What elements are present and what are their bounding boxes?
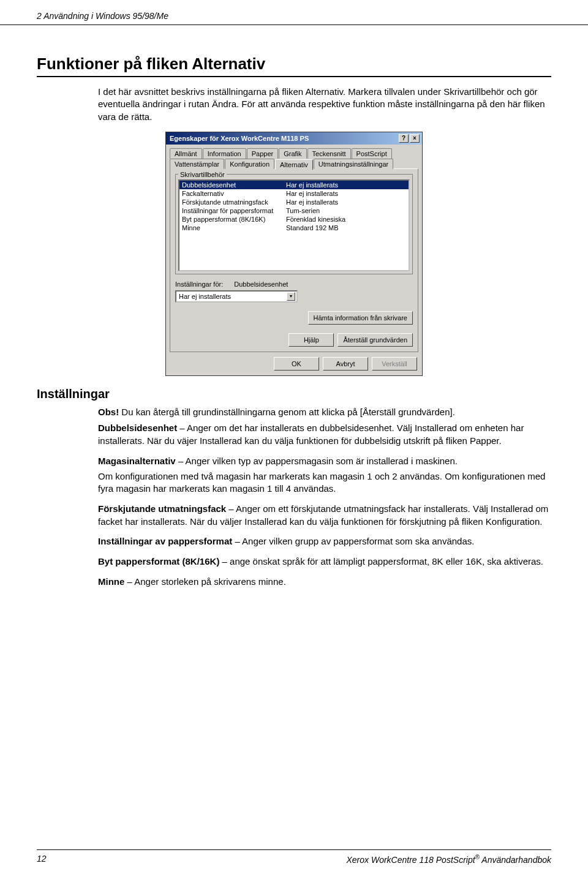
close-icon[interactable]: ×: [410, 134, 420, 143]
intro-paragraph: I det här avsnittet beskrivs inställning…: [98, 86, 551, 123]
setting-desc: – Anger vilken grupp av pappersformat so…: [232, 536, 474, 546]
cancel-button[interactable]: Avbryt: [323, 357, 368, 371]
list-col-status: Har ej installerats: [286, 190, 406, 197]
tab-konfiguration[interactable]: Konfiguration: [225, 159, 274, 169]
settings-for-combo[interactable]: Har ej installerats ▾: [175, 290, 298, 303]
note-paragraph: Obs! Du kan återgå till grundinställning…: [98, 406, 551, 419]
tab-utmatning[interactable]: Utmatningsinställningar: [314, 159, 393, 169]
setting-desc: – ange önskat språk för att lämpligt pap…: [219, 556, 543, 566]
registered-icon: ®: [475, 854, 480, 860]
setting-minne: Minne – Anger storleken på skrivarens mi…: [98, 576, 551, 589]
list-col-status: Standard 192 MB: [286, 224, 406, 231]
list-col-name: Fackalternativ: [182, 190, 286, 197]
setting-byt-pappersformat: Byt pappersformat (8K/16K) – ange önskat…: [98, 555, 551, 568]
list-col-status: Har ej installerats: [286, 181, 406, 189]
tab-panel: Skrivartillbehör Dubbelsidesenhet Har ej…: [170, 168, 418, 352]
groupbox-label: Skrivartillbehör: [178, 171, 227, 178]
ok-button[interactable]: OK: [274, 357, 319, 371]
dialog-title: Egenskaper för Xerox WorkCentre M118 PS: [170, 135, 309, 142]
setting-name: Inställningar av pappersformat: [98, 536, 232, 546]
list-col-name: Byt pappersformat (8K/16K): [182, 216, 286, 223]
tab-grafik[interactable]: Grafik: [279, 148, 306, 159]
tab-papper[interactable]: Papper: [247, 148, 278, 159]
setting-magasinalternativ: Magasinalternativ – Anger vilken typ av …: [98, 455, 551, 468]
setting-desc: – Anger vilken typ av pappersmagasin som…: [176, 456, 458, 466]
setting-name: Magasinalternativ: [98, 456, 176, 466]
page-content: Funktioner på fliken Alternativ I det hä…: [0, 25, 588, 588]
list-item[interactable]: Byt pappersformat (8K/16K) Förenklad kin…: [179, 215, 409, 224]
help-button[interactable]: Hjälp: [288, 333, 334, 347]
note-label: Obs!: [98, 407, 119, 417]
chapter-label: 2 Användning i Windows 95/98/Me: [37, 11, 168, 21]
fetch-from-printer-button[interactable]: Hämta information från skrivare: [308, 311, 413, 325]
help-icon[interactable]: ?: [399, 134, 409, 143]
setting-name: Byt pappersformat (8K/16K): [98, 556, 219, 566]
list-col-status: Förenklad kinesiska: [286, 216, 406, 223]
dialog-footer: OK Avbryt Verkställ: [166, 352, 422, 375]
list-item[interactable]: Inställningar för pappersformat Tum-seri…: [179, 206, 409, 215]
setting-dubbelsidesenhet: Dubbelsidesenhet – Anger om det har inst…: [98, 422, 551, 447]
page-footer: 12 Xerox WorkCentre 118 PostScript® Anvä…: [37, 849, 551, 865]
chevron-down-icon: ▾: [287, 292, 295, 301]
tab-teckensnitt[interactable]: Teckensnitt: [307, 148, 351, 159]
setting-name: Förskjutande utmatningsfack: [98, 503, 226, 514]
list-item[interactable]: Förskjutande utmatningsfack Har ej insta…: [179, 198, 409, 206]
tab-alternativ[interactable]: Alternativ: [275, 159, 313, 170]
dialog-screenshot: Egenskaper för Xerox WorkCentre M118 PS …: [37, 132, 551, 376]
list-col-name: Minne: [182, 224, 286, 231]
setting-pappersformat: Inställningar av pappersformat – Anger v…: [98, 535, 551, 548]
combo-value: Har ej installerats: [179, 293, 231, 300]
doc-title-b: Användarhandbok: [480, 855, 551, 865]
note-text: Du kan återgå till grundinställningarna …: [119, 407, 455, 417]
list-col-name: Förskjutande utmatningsfack: [182, 198, 286, 206]
tab-allmant[interactable]: Allmänt: [170, 148, 202, 159]
tab-vattenstamplar[interactable]: Vattenstämplar: [170, 159, 224, 169]
setting-name: Dubbelsidesenhet: [98, 423, 177, 433]
setting-name: Minne: [98, 576, 124, 587]
apply-button[interactable]: Verkställ: [372, 357, 417, 371]
accessories-listbox[interactable]: Dubbelsidesenhet Har ej installerats Fac…: [178, 179, 410, 271]
tab-postscript[interactable]: PostScript: [352, 148, 392, 159]
properties-dialog: Egenskaper för Xerox WorkCentre M118 PS …: [165, 132, 423, 376]
subsection-title: Inställningar: [37, 387, 551, 401]
section-title: Funktioner på fliken Alternativ: [37, 55, 551, 77]
dialog-titlebar: Egenskaper för Xerox WorkCentre M118 PS …: [166, 132, 422, 145]
list-item[interactable]: Minne Standard 192 MB: [179, 224, 409, 232]
list-item[interactable]: Fackalternativ Har ej installerats: [179, 189, 409, 198]
list-col-name: Inställningar för pappersformat: [182, 207, 286, 214]
list-col-name: Dubbelsidesenhet: [182, 181, 286, 189]
doc-title-a: Xerox WorkCentre 118 PostScript: [347, 855, 475, 865]
tab-strip: Allmänt Information Papper Grafik Tecken…: [166, 145, 422, 352]
settings-for-label: Inställningar för:: [175, 280, 223, 288]
list-col-status: Tum-serien: [286, 207, 406, 214]
settings-for-value: Dubbelsidesenhet: [234, 280, 288, 288]
page-header: 2 Användning i Windows 95/98/Me: [0, 0, 588, 25]
list-item[interactable]: Dubbelsidesenhet Har ej installerats: [179, 181, 409, 189]
doc-title: Xerox WorkCentre 118 PostScript® Använda…: [347, 854, 552, 865]
tab-information[interactable]: Information: [203, 148, 246, 159]
groupbox-skrivartillbehor: Skrivartillbehör Dubbelsidesenhet Har ej…: [175, 174, 413, 274]
setting-magasinalternativ-extra: Om konfigurationen med två magasin har m…: [98, 470, 551, 495]
reset-defaults-button[interactable]: Återställ grundvärden: [337, 333, 413, 347]
list-col-status: Har ej installerats: [286, 198, 406, 206]
setting-desc: – Anger storleken på skrivarens minne.: [124, 576, 285, 587]
setting-forskjutande: Förskjutande utmatningsfack – Anger om e…: [98, 503, 551, 528]
page-number: 12: [37, 854, 47, 865]
settings-for-row: Inställningar för: Dubbelsidesenhet: [175, 280, 413, 288]
